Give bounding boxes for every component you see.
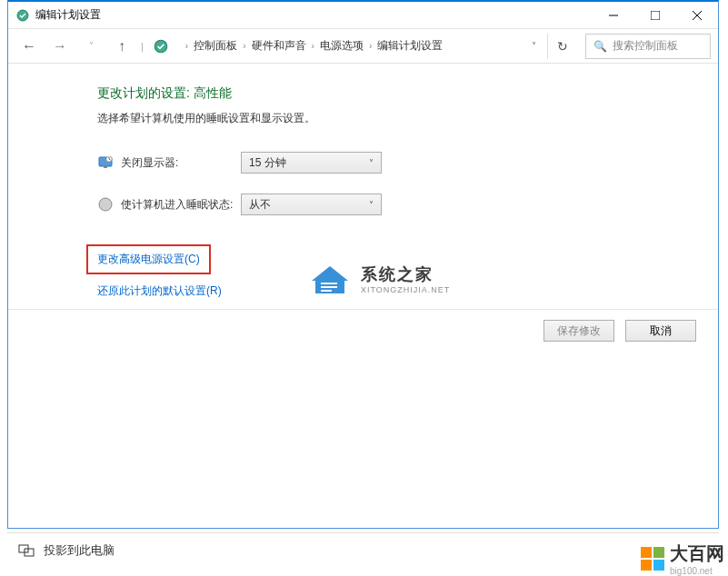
display-off-label: 关闭显示器: [121, 155, 241, 171]
recent-dropdown[interactable]: ˅ [77, 34, 105, 59]
svg-rect-12 [321, 283, 337, 284]
display-off-dropdown[interactable]: 15 分钟 ˅ [241, 152, 382, 174]
location-icon [153, 38, 169, 55]
page-heading: 更改计划的设置: 高性能 [97, 85, 718, 102]
chevron-icon: › [369, 41, 372, 51]
taskbar-label: 投影到此电脑 [44, 542, 115, 559]
svg-point-11 [99, 198, 112, 211]
svg-rect-7 [104, 166, 107, 168]
display-off-value: 15 分钟 [249, 155, 286, 171]
sleep-value: 从不 [249, 197, 271, 213]
window-frame: 编辑计划设置 ← → ˅ ↑ | › 控制面板 › 硬件和声音 › 电源选项 ›… [7, 0, 719, 529]
forward-button[interactable]: → [46, 34, 74, 59]
button-bar: 保存修改 取消 [544, 320, 696, 342]
divider [8, 309, 718, 310]
page-subheading: 选择希望计算机使用的睡眠设置和显示设置。 [97, 111, 718, 126]
advanced-power-link[interactable]: 更改高级电源设置(C) [86, 244, 211, 274]
chevron-down-icon: ˅ [369, 200, 374, 210]
breadcrumb[interactable]: › 控制面板 › 硬件和声音 › 电源选项 › 编辑计划设置 ˅ [182, 38, 544, 54]
setting-sleep: 使计算机进入睡眠状态: 从不 ˅ [97, 194, 718, 215]
toolbar-separator: | [141, 41, 144, 52]
search-icon: 🔍 [593, 40, 607, 53]
close-button[interactable] [676, 2, 718, 29]
minimize-button[interactable] [593, 2, 634, 29]
window-title: 编辑计划设置 [35, 7, 593, 23]
footer-title: 大百网 [670, 541, 724, 566]
sleep-label: 使计算机进入睡眠状态: [121, 197, 241, 213]
monitor-icon [97, 154, 114, 171]
save-button[interactable]: 保存修改 [544, 320, 614, 342]
breadcrumb-item[interactable]: 控制面板 [192, 38, 239, 54]
toolbar: ← → ˅ ↑ | › 控制面板 › 硬件和声音 › 电源选项 › 编辑计划设置… [8, 29, 718, 64]
chevron-icon: › [185, 41, 188, 51]
setting-display-off: 关闭显示器: 15 分钟 ˅ [97, 152, 718, 174]
app-icon [15, 8, 30, 23]
watermark-logo-icon [308, 261, 352, 297]
chevron-icon: › [243, 41, 245, 51]
footer-sub: big100.net [670, 566, 724, 576]
breadcrumb-item[interactable]: 电源选项 [318, 38, 365, 54]
sleep-dropdown[interactable]: 从不 ˅ [241, 194, 382, 215]
breadcrumb-item[interactable]: 硬件和声音 [250, 38, 308, 54]
refresh-button[interactable]: ↻ [547, 34, 576, 59]
watermark: 系统之家 XITONGZHIJIA.NET [308, 261, 450, 297]
window-controls [593, 2, 718, 29]
back-button[interactable]: ← [15, 34, 43, 59]
chevron-icon: › [312, 41, 314, 51]
up-button[interactable]: ↑ [108, 34, 135, 59]
search-placeholder: 搜索控制面板 [613, 38, 678, 54]
titlebar: 编辑计划设置 [8, 2, 718, 29]
taskbar-item[interactable]: 投影到此电脑 [7, 532, 719, 567]
moon-icon [97, 196, 114, 213]
svg-rect-2 [651, 11, 660, 20]
search-input[interactable]: 🔍 搜索控制面板 [585, 34, 711, 59]
watermark-sub: XITONGZHIJIA.NET [361, 285, 450, 294]
maximize-button[interactable] [634, 2, 676, 29]
watermark-title: 系统之家 [361, 263, 450, 285]
svg-rect-14 [321, 290, 332, 292]
breadcrumb-item[interactable]: 编辑计划设置 [375, 38, 444, 54]
chevron-down-icon: ˅ [369, 158, 374, 168]
address-dropdown-icon[interactable]: ˅ [532, 41, 536, 51]
project-icon [18, 543, 35, 558]
footer-squares-icon [641, 547, 664, 571]
svg-rect-13 [321, 286, 337, 288]
cancel-button[interactable]: 取消 [625, 320, 696, 342]
footer-logo: 大百网 big100.net [641, 541, 724, 576]
